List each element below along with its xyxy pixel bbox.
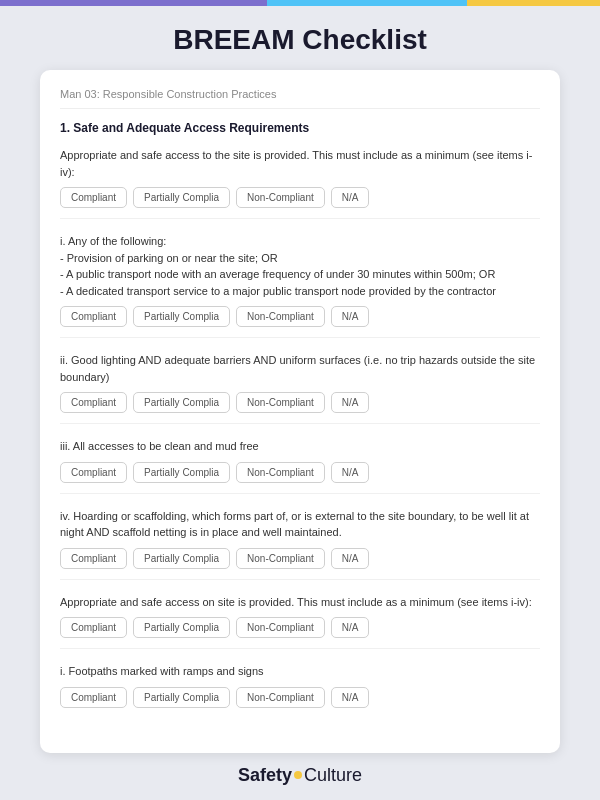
- option-btn-5-2[interactable]: Non-Compliant: [236, 548, 325, 569]
- footer-safety-text: Safety: [238, 765, 292, 786]
- card-header: Man 03: Responsible Construction Practic…: [60, 88, 540, 109]
- options-row-4: CompliantPartially CompliaNon-CompliantN…: [60, 462, 540, 483]
- divider-3: [60, 423, 540, 424]
- options-row-7: CompliantPartially CompliaNon-CompliantN…: [60, 687, 540, 708]
- option-btn-1-2[interactable]: Non-Compliant: [236, 187, 325, 208]
- top-bar-purple: [0, 0, 267, 6]
- option-btn-4-1[interactable]: Partially Complia: [133, 462, 230, 483]
- checklist-item-2: i. Any of the following: - Provision of …: [60, 233, 540, 338]
- divider-6: [60, 648, 540, 649]
- divider-2: [60, 337, 540, 338]
- checklist-item-7: i. Footpaths marked with ramps and signs…: [60, 663, 540, 708]
- option-btn-4-0[interactable]: Compliant: [60, 462, 127, 483]
- option-btn-1-1[interactable]: Partially Complia: [133, 187, 230, 208]
- top-bar-yellow: [467, 0, 600, 6]
- checklist-item-text-5: iv. Hoarding or scaffolding, which forms…: [60, 508, 540, 541]
- divider-5: [60, 579, 540, 580]
- checklist-item-3: ii. Good lighting AND adequate barriers …: [60, 352, 540, 424]
- option-btn-3-1[interactable]: Partially Complia: [133, 392, 230, 413]
- checklist-item-text-2: i. Any of the following: - Provision of …: [60, 233, 540, 299]
- checklist-card: Man 03: Responsible Construction Practic…: [40, 70, 560, 753]
- options-row-5: CompliantPartially CompliaNon-CompliantN…: [60, 548, 540, 569]
- option-btn-7-3[interactable]: N/A: [331, 687, 370, 708]
- checklist-item-text-7: i. Footpaths marked with ramps and signs: [60, 663, 540, 680]
- option-btn-7-0[interactable]: Compliant: [60, 687, 127, 708]
- checklist-item-4: iii. All accesses to be clean and mud fr…: [60, 438, 540, 494]
- options-row-3: CompliantPartially CompliaNon-CompliantN…: [60, 392, 540, 413]
- option-btn-1-0[interactable]: Compliant: [60, 187, 127, 208]
- footer: Safety Culture: [238, 765, 362, 786]
- option-btn-4-2[interactable]: Non-Compliant: [236, 462, 325, 483]
- section-title: 1. Safe and Adequate Access Requirements: [60, 121, 540, 135]
- page-title: BREEAM Checklist: [173, 24, 427, 56]
- top-bar-blue: [267, 0, 467, 6]
- checklist-item-text-1: Appropriate and safe access to the site …: [60, 147, 540, 180]
- option-btn-6-2[interactable]: Non-Compliant: [236, 617, 325, 638]
- option-btn-1-3[interactable]: N/A: [331, 187, 370, 208]
- top-bar: [0, 0, 600, 6]
- option-btn-2-3[interactable]: N/A: [331, 306, 370, 327]
- option-btn-3-2[interactable]: Non-Compliant: [236, 392, 325, 413]
- option-btn-4-3[interactable]: N/A: [331, 462, 370, 483]
- options-row-6: CompliantPartially CompliaNon-CompliantN…: [60, 617, 540, 638]
- checklist-items-container: Appropriate and safe access to the site …: [60, 147, 540, 708]
- checklist-item-text-3: ii. Good lighting AND adequate barriers …: [60, 352, 540, 385]
- footer-dot: [294, 771, 302, 779]
- option-btn-3-3[interactable]: N/A: [331, 392, 370, 413]
- divider-4: [60, 493, 540, 494]
- checklist-item-5: iv. Hoarding or scaffolding, which forms…: [60, 508, 540, 580]
- divider-1: [60, 218, 540, 219]
- checklist-item-text-6: Appropriate and safe access on site is p…: [60, 594, 540, 611]
- option-btn-7-1[interactable]: Partially Complia: [133, 687, 230, 708]
- options-row-2: CompliantPartially CompliaNon-CompliantN…: [60, 306, 540, 327]
- option-btn-2-1[interactable]: Partially Complia: [133, 306, 230, 327]
- option-btn-6-1[interactable]: Partially Complia: [133, 617, 230, 638]
- checklist-item-1: Appropriate and safe access to the site …: [60, 147, 540, 219]
- option-btn-3-0[interactable]: Compliant: [60, 392, 127, 413]
- option-btn-7-2[interactable]: Non-Compliant: [236, 687, 325, 708]
- checklist-item-6: Appropriate and safe access on site is p…: [60, 594, 540, 650]
- options-row-1: CompliantPartially CompliaNon-CompliantN…: [60, 187, 540, 208]
- option-btn-6-0[interactable]: Compliant: [60, 617, 127, 638]
- checklist-item-text-4: iii. All accesses to be clean and mud fr…: [60, 438, 540, 455]
- option-btn-2-0[interactable]: Compliant: [60, 306, 127, 327]
- option-btn-5-0[interactable]: Compliant: [60, 548, 127, 569]
- option-btn-2-2[interactable]: Non-Compliant: [236, 306, 325, 327]
- footer-culture-text: Culture: [304, 765, 362, 786]
- option-btn-5-1[interactable]: Partially Complia: [133, 548, 230, 569]
- option-btn-5-3[interactable]: N/A: [331, 548, 370, 569]
- option-btn-6-3[interactable]: N/A: [331, 617, 370, 638]
